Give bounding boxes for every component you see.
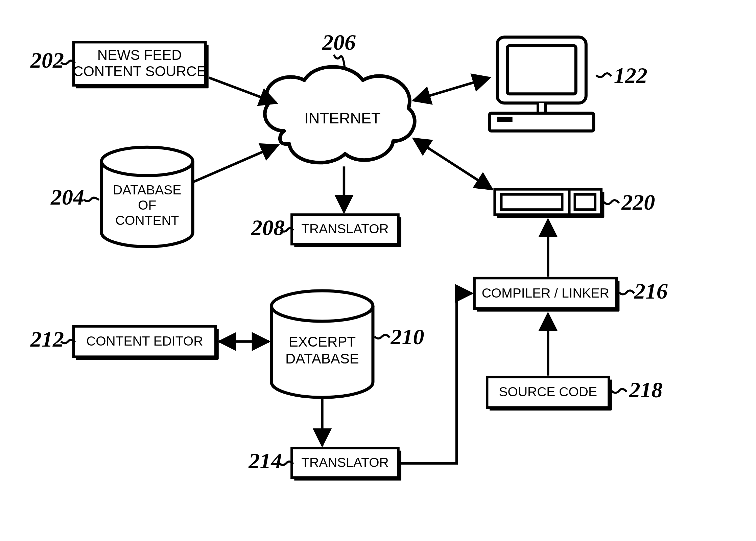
arrow-internet-computer bbox=[414, 78, 490, 101]
svg-rect-19 bbox=[76, 357, 218, 360]
svg-rect-26 bbox=[477, 309, 619, 312]
svg-rect-9 bbox=[398, 217, 401, 246]
svg-rect-2 bbox=[76, 85, 208, 88]
svg-rect-14 bbox=[575, 194, 595, 210]
translator-1-box: TRANSLATOR bbox=[292, 215, 401, 247]
ref-206: 206 bbox=[322, 30, 356, 54]
translator2-label: TRANSLATOR bbox=[301, 455, 389, 470]
ref-216: 216 bbox=[634, 279, 668, 303]
svg-rect-12 bbox=[501, 194, 562, 210]
database-of-content-cylinder: DATABASE OF CONTENT bbox=[101, 147, 193, 246]
svg-rect-6 bbox=[490, 113, 594, 131]
svg-point-3 bbox=[101, 147, 193, 175]
excerpt-label1: EXCERPT bbox=[289, 334, 356, 350]
news-feed-label2: CONTENT SOURCE bbox=[73, 63, 206, 79]
content-editor-box: CONTENT EDITOR bbox=[74, 326, 219, 360]
arrow-database-to-internet bbox=[194, 145, 278, 182]
excerpt-database-cylinder: EXCERPT DATABASE bbox=[271, 291, 373, 397]
news-feed-box: NEWS FEED CONTENT SOURCE bbox=[73, 42, 209, 89]
ref-204: 204 bbox=[50, 185, 84, 209]
ref-214: 214 bbox=[248, 448, 282, 473]
arrow-internet-server bbox=[414, 139, 492, 189]
ref-218: 218 bbox=[629, 377, 663, 402]
ref-122: 122 bbox=[614, 63, 647, 88]
excerpt-label2: DATABASE bbox=[285, 351, 359, 367]
svg-point-20 bbox=[271, 291, 373, 321]
ref-212: 212 bbox=[30, 327, 64, 351]
database-label1: DATABASE bbox=[113, 183, 181, 197]
internet-label: INTERNET bbox=[304, 110, 380, 127]
ref-208: 208 bbox=[251, 215, 285, 240]
source-code-box: SOURCE CODE bbox=[487, 377, 612, 410]
translator1-label: TRANSLATOR bbox=[301, 221, 389, 236]
compiler-linker-box: COMPILER / LINKER bbox=[474, 278, 619, 312]
svg-rect-23 bbox=[294, 477, 401, 480]
database-label2: OF bbox=[138, 198, 156, 212]
svg-rect-5 bbox=[507, 46, 576, 94]
server-box bbox=[495, 189, 604, 218]
svg-rect-29 bbox=[490, 407, 611, 410]
arrow-translator2-to-compiler bbox=[401, 293, 472, 464]
svg-rect-22 bbox=[398, 451, 401, 480]
ref-220: 220 bbox=[621, 190, 655, 214]
svg-rect-7 bbox=[497, 117, 513, 122]
ref-202: 202 bbox=[30, 48, 64, 72]
svg-rect-18 bbox=[216, 329, 219, 359]
computer-icon bbox=[490, 37, 594, 131]
translator-2-box: TRANSLATOR bbox=[292, 448, 401, 480]
svg-rect-10 bbox=[294, 244, 401, 247]
news-feed-label1: NEWS FEED bbox=[97, 47, 182, 63]
compiler-label: COMPILER / LINKER bbox=[482, 286, 609, 300]
editor-label: CONTENT EDITOR bbox=[86, 334, 203, 348]
internet-cloud: INTERNET bbox=[265, 67, 415, 163]
svg-rect-15 bbox=[601, 192, 604, 217]
svg-rect-16 bbox=[497, 215, 604, 218]
svg-rect-25 bbox=[616, 281, 619, 311]
ref-210: 210 bbox=[391, 324, 424, 349]
database-label3: CONTENT bbox=[115, 213, 179, 228]
svg-rect-28 bbox=[609, 380, 612, 410]
source-label: SOURCE CODE bbox=[499, 384, 597, 399]
